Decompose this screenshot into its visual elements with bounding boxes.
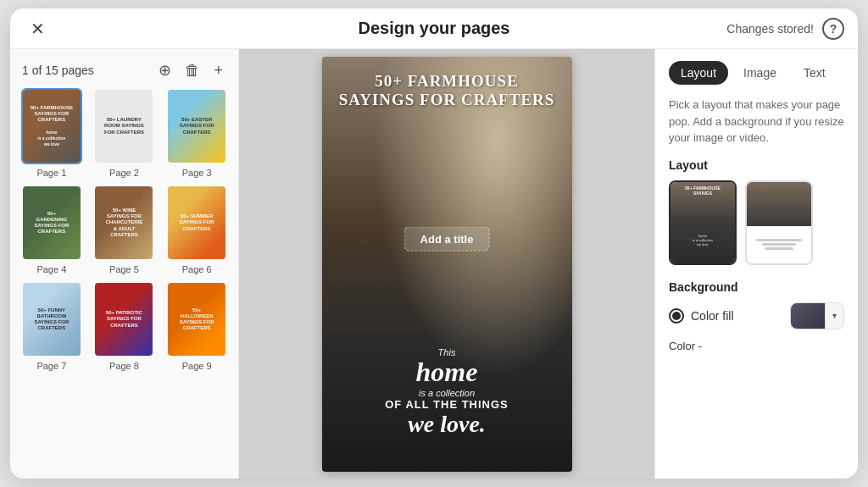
list-item[interactable]: 50+HALLOWEENSAYINGS FORCRAFTERS Page 9: [164, 281, 230, 371]
page-label: Page 3: [182, 168, 212, 178]
background-section: Background Color fill ▾: [669, 280, 844, 352]
modal: ✕ Design your pages Changes stored! ? 1 …: [10, 8, 858, 479]
list-item[interactable]: 50+ FARMHOUSESAYINGS FORCRAFTERShomeis a…: [19, 88, 85, 178]
canvas-content: 50+ Farmhouse Sayings for Crafters Add a…: [322, 57, 572, 472]
sidebar-actions: ⊕ 🗑 +: [155, 59, 226, 81]
list-item[interactable]: 50+ LAUNDRYROOM SAYINGSFOR CRAFTERS Page…: [92, 88, 158, 178]
color-swatch: [791, 303, 825, 329]
sidebar-header: 1 of 15 pages ⊕ 🗑 +: [10, 49, 238, 88]
color-label: Color -: [669, 340, 844, 352]
sidebar: 1 of 15 pages ⊕ 🗑 + 50+ FARMHOUSESAYINGS…: [10, 49, 239, 479]
layout-section-title: Layout: [669, 158, 844, 172]
canvas-love-text: we love.: [322, 411, 572, 438]
page-label: Page 4: [36, 264, 66, 274]
tab-text[interactable]: Text: [792, 61, 837, 85]
canvas-farm-title: 50+ Farmhouse Sayings for Crafters: [334, 72, 560, 111]
duplicate-page-button[interactable]: ⊕: [155, 59, 175, 81]
add-page-button[interactable]: +: [210, 60, 226, 81]
page-label: Page 7: [36, 361, 66, 371]
pages-grid: 50+ FARMHOUSESAYINGS FORCRAFTERShomeis a…: [10, 88, 238, 379]
background-row: Color fill ▾: [669, 302, 844, 329]
color-dropdown-arrow[interactable]: ▾: [825, 303, 843, 329]
header-right: Changes stored! ?: [726, 18, 844, 40]
help-button[interactable]: ?: [822, 18, 844, 40]
page-thumbnail: 50+ PATRIOTICSAYINGS FORCRAFTERS: [95, 283, 153, 356]
page-thumbnail: 50+ FUNNYBATHROOMSAYINGS FORCRAFTERS: [23, 283, 81, 356]
canvas-collection-text: is a collection: [322, 388, 572, 398]
list-item[interactable]: 50+ FUNNYBATHROOMSAYINGS FORCRAFTERS Pag…: [19, 281, 85, 371]
page-label: Page 9: [182, 361, 212, 371]
page-thumbnail: 50+ SUMMERSAYINGS FORCRAFTERS: [168, 186, 225, 259]
canvas-home-text: home: [322, 357, 572, 387]
color-fill-dropdown[interactable]: ▾: [790, 302, 844, 329]
tab-image[interactable]: Image: [732, 61, 788, 85]
canvas-image-area: 50+ Farmhouse Sayings for Crafters Add a…: [322, 57, 572, 472]
list-item[interactable]: 50+ SUMMERSAYINGS FORCRAFTERS Page 6: [164, 185, 230, 274]
panel-description: Pick a layout that makes your page pop. …: [669, 97, 844, 147]
layout-option-1[interactable]: 50+ FARMHOUSESAYINGS homeis a collection…: [669, 180, 737, 265]
page-label: Page 2: [109, 168, 139, 178]
header: ✕ Design your pages Changes stored! ?: [10, 8, 858, 49]
page-label: Page 1: [36, 168, 66, 178]
layout-thumb-1: 50+ FARMHOUSESAYINGS homeis a collection…: [670, 182, 735, 263]
layout-thumb-2: [747, 182, 811, 263]
main-canvas: 50+ Farmhouse Sayings for Crafters Add a…: [239, 49, 654, 479]
color-fill-label: Color fill: [691, 309, 734, 323]
page-thumbnail: 50+HALLOWEENSAYINGS FORCRAFTERS: [168, 283, 225, 356]
color-fill-radio[interactable]: [669, 308, 684, 324]
close-button[interactable]: ✕: [24, 15, 51, 42]
changes-stored-label: Changes stored!: [726, 22, 814, 36]
chevron-down-icon: ▾: [832, 311, 837, 320]
canvas-things-text: OF ALL THE THINGS: [322, 398, 572, 411]
page-title: Design your pages: [359, 19, 510, 38]
panel-tabs: Layout Image Text: [669, 61, 844, 85]
list-item[interactable]: 50+ EASTERSAYINGS FORCRAFTERS Page 3: [164, 88, 230, 178]
add-title-button[interactable]: Add a title: [404, 227, 490, 252]
page-thumbnail: 50+ FARMHOUSESAYINGS FORCRAFTERShomeis a…: [23, 90, 81, 163]
tab-layout[interactable]: Layout: [669, 61, 728, 85]
page-label: Page 5: [109, 264, 139, 274]
delete-page-button[interactable]: 🗑: [181, 60, 203, 81]
background-section-title: Background: [669, 280, 844, 294]
canvas-bottom-text: This home is a collection OF ALL THE THI…: [322, 347, 572, 437]
page-thumbnail: 50+ LAUNDRYROOM SAYINGSFOR CRAFTERS: [95, 90, 153, 163]
layout-section: Layout 50+ FARMHOUSESAYINGS homeis a col…: [669, 158, 844, 280]
radio-inner: [672, 312, 681, 320]
list-item[interactable]: 50+GARDENINGSAYINGS FORCRAFTERS Page 4: [19, 185, 85, 274]
canvas-top-text: 50+ Farmhouse Sayings for Crafters: [322, 57, 572, 121]
right-panel: Layout Image Text Pick a layout that mak…: [654, 49, 858, 479]
list-item[interactable]: 50+ WINESAYINGS FORCHARCUTERIE& ADULTCRA…: [92, 185, 158, 274]
page-label: Page 6: [182, 264, 212, 274]
color-fill-label-row: Color fill: [669, 308, 734, 324]
pages-count: 1 of 15 pages: [22, 64, 94, 77]
page-thumbnail: 50+ EASTERSAYINGS FORCRAFTERS: [168, 90, 225, 163]
page-thumbnail: 50+GARDENINGSAYINGS FORCRAFTERS: [23, 186, 81, 259]
layout-option-2[interactable]: [745, 180, 813, 265]
page-thumbnail: 50+ WINESAYINGS FORCHARCUTERIE& ADULTCRA…: [95, 186, 153, 259]
list-item[interactable]: 50+ PATRIOTICSAYINGS FORCRAFTERS Page 8: [92, 281, 158, 371]
page-label: Page 8: [109, 361, 139, 371]
body: 1 of 15 pages ⊕ 🗑 + 50+ FARMHOUSESAYINGS…: [10, 49, 858, 479]
layout-options: 50+ FARMHOUSESAYINGS homeis a collection…: [669, 180, 844, 265]
